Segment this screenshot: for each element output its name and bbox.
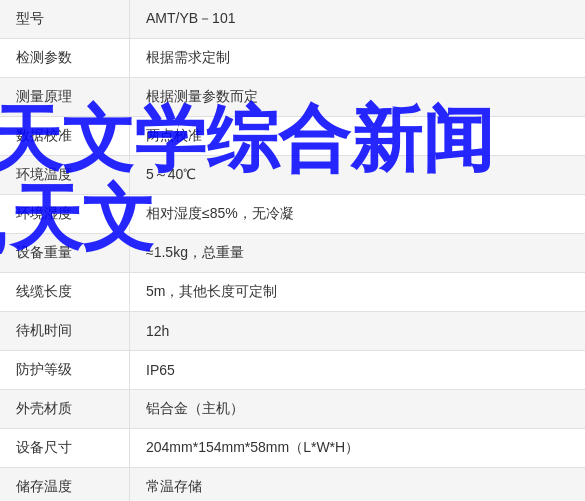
cell-label: 检测参数 — [0, 39, 130, 77]
cell-label: 线缆长度 — [0, 273, 130, 311]
cell-label: 设备尺寸 — [0, 429, 130, 467]
table-row: 防护等级IP65 — [0, 351, 585, 390]
cell-value: 常温存储 — [130, 468, 585, 501]
cell-value: ≈1.5kg，总重量 — [130, 234, 585, 272]
table-row: 测量原理根据测量参数而定 — [0, 78, 585, 117]
table-row: 线缆长度5m，其他长度可定制 — [0, 273, 585, 312]
table-row: 型号AMT/YB－101 — [0, 0, 585, 39]
cell-value: 根据需求定制 — [130, 39, 585, 77]
cell-value: 相对湿度≤85%，无冷凝 — [130, 195, 585, 233]
cell-value: 铝合金（主机） — [130, 390, 585, 428]
spec-table: 型号AMT/YB－101检测参数根据需求定制测量原理根据测量参数而定数据校准两点… — [0, 0, 585, 501]
cell-label: 数据校准 — [0, 117, 130, 155]
cell-label: 防护等级 — [0, 351, 130, 389]
cell-value: 5～40℃ — [130, 156, 585, 194]
table-row: 设备重量≈1.5kg，总重量 — [0, 234, 585, 273]
table-row: 储存温度常温存储 — [0, 468, 585, 501]
cell-label: 外壳材质 — [0, 390, 130, 428]
cell-value: AMT/YB－101 — [130, 0, 585, 38]
cell-value: IP65 — [130, 351, 585, 389]
table-row: 待机时间12h — [0, 312, 585, 351]
cell-value: 5m，其他长度可定制 — [130, 273, 585, 311]
cell-label: 储存温度 — [0, 468, 130, 501]
table-row: 检测参数根据需求定制 — [0, 39, 585, 78]
cell-label: 环境湿度 — [0, 195, 130, 233]
cell-label: 环境温度 — [0, 156, 130, 194]
cell-value: 204mm*154mm*58mm（L*W*H） — [130, 429, 585, 467]
cell-value: 根据测量参数而定 — [130, 78, 585, 116]
table-row: 设备尺寸204mm*154mm*58mm（L*W*H） — [0, 429, 585, 468]
cell-label: 测量原理 — [0, 78, 130, 116]
table-row: 环境温度5～40℃ — [0, 156, 585, 195]
table-row: 环境湿度相对湿度≤85%，无冷凝 — [0, 195, 585, 234]
cell-label: 待机时间 — [0, 312, 130, 350]
cell-label: 设备重量 — [0, 234, 130, 272]
cell-value: 两点校准 — [130, 117, 585, 155]
table-row: 数据校准两点校准 — [0, 117, 585, 156]
cell-value: 12h — [130, 312, 585, 350]
table-row: 外壳材质铝合金（主机） — [0, 390, 585, 429]
cell-label: 型号 — [0, 0, 130, 38]
